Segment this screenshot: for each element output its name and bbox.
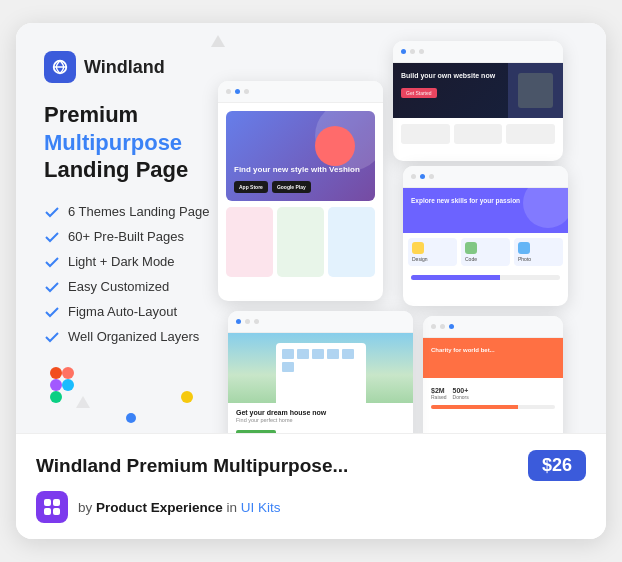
website-img-placeholder	[508, 63, 563, 118]
nav-dot	[429, 174, 434, 179]
deco-dot-blue	[126, 413, 136, 423]
skill-card-3: Photo	[514, 238, 563, 266]
logo-row: Windland	[44, 51, 274, 83]
check-icon-5	[44, 304, 60, 320]
headline-line1: Premium	[44, 102, 138, 127]
screen-website: Build your own website now Get Started	[393, 41, 563, 161]
house-cta-btn: Explore Now	[236, 430, 276, 433]
veshion-hero-text: Find your new style with Veshion	[234, 164, 360, 175]
house-windows	[276, 343, 366, 378]
stat-label: Raised	[431, 394, 447, 400]
check-icon-6	[44, 329, 60, 345]
window	[342, 349, 354, 359]
nav-dot-active	[420, 174, 425, 179]
stat-label: Donors	[453, 394, 469, 400]
screen-house: Get your dream house now Find your perfe…	[228, 311, 413, 433]
svg-rect-2	[50, 367, 62, 379]
author-icon	[36, 491, 68, 523]
figma-icon	[44, 367, 80, 403]
window	[327, 349, 339, 359]
screen-veshion: Find your new style with Veshion App Sto…	[218, 81, 383, 301]
svg-rect-9	[44, 508, 51, 515]
skills-progress	[403, 271, 568, 284]
author-text: by Product Experience in UI Kits	[78, 500, 281, 515]
card-bottom: Windland Premium Multipurpose... $26 by …	[16, 433, 606, 539]
window	[312, 349, 324, 359]
skill-icon	[412, 242, 424, 254]
charity-nav	[423, 316, 563, 338]
check-icon-4	[44, 279, 60, 295]
veshion-body: Find your new style with Veshion App Sto…	[218, 103, 383, 285]
preview-screens: Find your new style with Veshion App Sto…	[208, 41, 588, 433]
website-nav	[393, 41, 563, 63]
price-tag: $26	[528, 450, 586, 481]
skill-card-2: Code	[461, 238, 510, 266]
window	[282, 349, 294, 359]
nav-dot	[244, 89, 249, 94]
svg-rect-10	[53, 508, 60, 515]
author-category: UI Kits	[241, 500, 281, 515]
product-images-row	[226, 207, 375, 277]
website-cta-btn: Get Started	[401, 88, 437, 98]
stat-1: $2M Raised	[431, 387, 447, 400]
skills-hero: Explore new skills for your passion	[403, 188, 568, 233]
skills-cards: Design Code Photo	[403, 233, 568, 271]
house-title: Get your dream house now	[236, 409, 405, 416]
card-right: Find your new style with Veshion App Sto…	[274, 51, 578, 413]
svg-rect-5	[50, 391, 62, 403]
skill-icon	[465, 242, 477, 254]
headline-accent: Multipurpose	[44, 130, 182, 155]
nav-dot	[411, 174, 416, 179]
website-img	[518, 73, 553, 108]
product-img-1	[226, 207, 273, 277]
nav-dot-active	[401, 49, 406, 54]
windland-logo-icon	[44, 51, 76, 83]
card-top: Windland Premium Multipurpose Landing Pa…	[16, 23, 606, 433]
product-img-3	[328, 207, 375, 277]
svg-rect-8	[53, 499, 60, 506]
skill-label: Design	[412, 256, 453, 262]
skill-card-1: Design	[408, 238, 457, 266]
window	[282, 362, 294, 372]
website-body	[393, 118, 563, 150]
headline-line2: Landing Page	[44, 157, 188, 182]
website-hero: Build your own website now Get Started	[393, 63, 563, 118]
house-building	[276, 343, 366, 403]
veshion-deco-circle2	[315, 126, 355, 166]
nav-dot-active	[236, 319, 241, 324]
stat-2: 500+ Donors	[453, 387, 469, 400]
donation-fill	[431, 405, 518, 409]
stat-value: 500+	[453, 387, 469, 394]
nav-dot	[254, 319, 259, 324]
nav-dot	[440, 324, 445, 329]
item	[454, 124, 503, 144]
product-title-row: Windland Premium Multipurpose... $26	[36, 450, 586, 481]
skill-label: Code	[465, 256, 506, 262]
check-icon-2	[44, 229, 60, 245]
svg-rect-4	[50, 379, 62, 391]
skill-icon	[518, 242, 530, 254]
author-logo-icon	[43, 498, 61, 516]
nav-dot	[245, 319, 250, 324]
nav-dot-active	[235, 89, 240, 94]
logo-text: Windland	[84, 57, 165, 78]
check-icon-1	[44, 204, 60, 220]
google-play-btn: Google Play	[272, 181, 311, 193]
svg-point-6	[62, 379, 74, 391]
charity-hero: Charity for world bet...	[423, 338, 563, 378]
charity-body: $2M Raised 500+ Donors	[423, 378, 563, 414]
progress-bar	[411, 275, 560, 280]
veshion-hero: Find your new style with Veshion App Sto…	[226, 111, 375, 201]
skills-deco-circle	[523, 188, 568, 228]
product-title: Windland Premium Multipurpose...	[36, 455, 348, 477]
skills-nav	[403, 166, 568, 188]
charity-text: Charity for world bet...	[431, 346, 555, 354]
author-name: Product Experience	[96, 500, 223, 515]
svg-rect-7	[44, 499, 51, 506]
house-text: Get your dream house now Find your perfe…	[228, 403, 413, 433]
item	[401, 124, 450, 144]
app-store-btn: App Store	[234, 181, 268, 193]
website-items	[401, 124, 555, 144]
author-connector: in	[223, 500, 241, 515]
house-sub: Find your perfect home	[236, 417, 405, 423]
